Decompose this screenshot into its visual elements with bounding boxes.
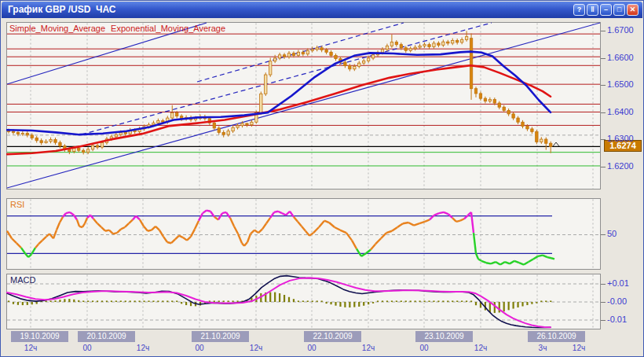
time-axis-label: 00 — [195, 344, 203, 352]
time-axis-label: 12ч — [362, 344, 375, 352]
price-axis-label: 1.6300 — [607, 134, 634, 143]
macd-axis-label: -0.01 — [607, 315, 627, 324]
rsi-axis-tick — [601, 234, 606, 235]
macd-axis-tick — [601, 302, 606, 303]
macd-axis-tick — [601, 320, 606, 321]
date-axis-label: 21.10.2009 — [192, 331, 249, 342]
price-axis-tick — [601, 167, 606, 167]
time-axis-label: 12ч — [573, 344, 585, 352]
price-axis-label: 1.6500 — [607, 79, 634, 89]
time-axis-label: 12ч — [24, 344, 37, 352]
price-axis-tick — [601, 58, 606, 59]
price-axis-tick — [601, 112, 606, 113]
legend-ema-label: Exponential_Moving_Average — [111, 24, 225, 33]
time-axis-label: 00 — [419, 344, 428, 352]
macd-axis-label: +0.01 — [607, 278, 629, 288]
indicator-legend: Simple_Moving_AverageExponential_Moving_… — [9, 24, 231, 33]
price-axis-tick — [601, 31, 606, 31]
time-axis-label: 12ч — [474, 344, 487, 352]
legend-sma-label: Simple_Moving_Average — [9, 24, 105, 33]
date-axis-label: 20.10.2009 — [78, 331, 135, 342]
date-axis-label: 26.10.2009 — [528, 331, 585, 342]
date-axis-label: 23.10.2009 — [415, 331, 473, 342]
time-axis-label: 00 — [82, 344, 91, 352]
date-axis-label: 19.10.2009 — [11, 331, 68, 342]
price-axis-tick — [601, 85, 606, 86]
price-axis-label: 1.6200 — [607, 161, 634, 171]
macd-axis-label: -0.00 — [607, 296, 627, 306]
chart-window: График GBP /USD ЧАС ? ‖ – □ ✕ Simple_Mov… — [0, 0, 644, 357]
macd-panel-label: MACD — [10, 275, 35, 285]
time-axis-label: 3ч — [539, 344, 547, 352]
rsi-axis-label: 50 — [607, 229, 617, 238]
rsi-panel-label: RSI — [10, 200, 24, 209]
price-axis-tick — [601, 139, 606, 140]
price-axis-label: 1.6400 — [607, 107, 634, 116]
date-axis-label: 22.10.2009 — [304, 331, 361, 342]
macd-axis-tick — [601, 284, 606, 285]
time-axis-label: 00 — [307, 344, 316, 352]
price-axis-label: 1.6600 — [607, 53, 634, 62]
price-axis-label: 1.6700 — [607, 25, 634, 35]
time-axis-label: 12ч — [250, 344, 262, 352]
time-axis-label: 12ч — [137, 344, 149, 352]
